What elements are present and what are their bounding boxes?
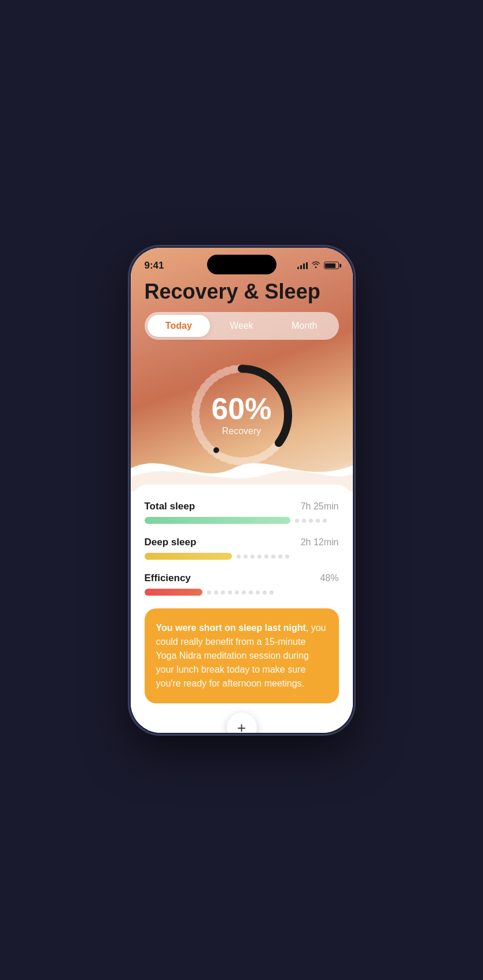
status-time: 9:41 (145, 260, 164, 271)
recovery-ring-container: 60% Recovery (131, 351, 353, 467)
insight-card: You were short on sleep last night, you … (145, 608, 339, 703)
battery-icon (324, 262, 339, 269)
efficiency-bar (145, 589, 339, 596)
insight-bold-text: You were short on sleep last night (156, 623, 306, 633)
deep-sleep-fill (145, 553, 232, 560)
total-sleep-bar (145, 517, 339, 524)
efficiency-fill (145, 589, 203, 596)
deep-sleep-remaining (232, 555, 339, 559)
phone-inner: 9:41 (131, 248, 353, 733)
header: Recovery & Sleep Today Week Month (131, 276, 353, 340)
page-title: Recovery & Sleep (145, 280, 339, 303)
fab-container: + (145, 713, 339, 732)
total-sleep-fill (145, 517, 290, 524)
tab-today[interactable]: Today (148, 315, 211, 337)
ring-percent: 60% (211, 394, 271, 424)
efficiency-label: Efficiency (145, 572, 191, 584)
fab-button[interactable]: + (227, 713, 257, 732)
deep-sleep-value: 2h 12min (301, 537, 339, 548)
status-icons (297, 261, 339, 270)
ring-label: Recovery (211, 426, 271, 436)
dynamic-island (207, 255, 276, 274)
efficiency-value: 48% (320, 573, 338, 583)
total-sleep-stat: Total sleep 7h 25min (145, 501, 339, 524)
total-sleep-label: Total sleep (145, 501, 196, 512)
tab-week[interactable]: Week (210, 315, 273, 337)
efficiency-stat: Efficiency 48% (145, 572, 339, 596)
tab-selector: Today Week Month (145, 312, 339, 340)
deep-sleep-stat: Deep sleep 2h 12min (145, 537, 339, 560)
efficiency-header: Efficiency 48% (145, 572, 339, 584)
main-content: Recovery & Sleep Today Week Month (131, 276, 353, 733)
white-section: Total sleep 7h 25min (131, 485, 353, 732)
total-sleep-header: Total sleep 7h 25min (145, 501, 339, 512)
deep-sleep-bar (145, 553, 339, 560)
phone-frame: 9:41 (129, 246, 355, 735)
signal-icon (297, 262, 308, 269)
efficiency-remaining (202, 590, 338, 594)
total-sleep-remaining (290, 519, 339, 523)
ring-center-text: 60% Recovery (211, 394, 271, 436)
total-sleep-value: 7h 25min (301, 501, 339, 512)
deep-sleep-header: Deep sleep 2h 12min (145, 537, 339, 548)
deep-sleep-label: Deep sleep (145, 537, 197, 548)
tab-month[interactable]: Month (273, 315, 336, 337)
wifi-icon (311, 261, 320, 270)
